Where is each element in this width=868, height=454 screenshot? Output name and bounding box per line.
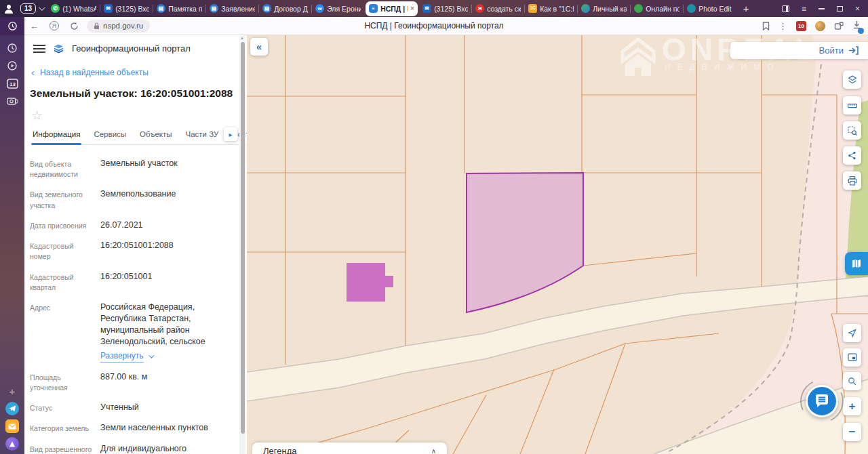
- downloads-button[interactable]: [852, 20, 861, 32]
- yandex-search-button[interactable]: Я: [50, 21, 59, 30]
- minimap-icon: [847, 352, 858, 363]
- tab-parcel-parts[interactable]: Части ЗУ: [186, 130, 219, 138]
- menu-hamburger-icon[interactable]: [33, 45, 45, 53]
- print-button[interactable]: [843, 171, 861, 190]
- browser-tab-1c[interactable]: 1СКак в "1С:Б: [525, 0, 577, 17]
- favorite-star-button[interactable]: ☆: [31, 108, 47, 123]
- share-button[interactable]: [843, 146, 861, 165]
- minimize-button[interactable]: [818, 8, 825, 9]
- document-icon: ▤: [262, 4, 271, 13]
- browser-address-bar: ← Я nspd.gov.ru НСПД | Геоинформационный…: [0, 17, 868, 35]
- layers-button[interactable]: [843, 70, 861, 89]
- tab-objects[interactable]: Объекты: [140, 130, 172, 138]
- browser-window: 13 ✆(1) WhatsA ✉(3125) Вхо ▤Памятка по ▤…: [0, 0, 868, 454]
- layers-icon: [847, 75, 858, 85]
- screenshot-icon[interactable]: [0, 92, 24, 110]
- alice-assistant-icon[interactable]: [0, 435, 24, 453]
- tabs-scroll-right-button[interactable]: ▸: [224, 127, 237, 141]
- browser-menu-icon[interactable]: ≡: [802, 4, 806, 14]
- url-field[interactable]: nspd.gov.ru: [87, 20, 150, 33]
- mail-icon: ✉: [422, 4, 431, 13]
- sidebar-panel-icon[interactable]: [782, 5, 789, 12]
- tab-services[interactable]: Сервисы: [94, 130, 126, 138]
- browser-tab-photo-editor[interactable]: Photo Edit: [684, 0, 736, 17]
- panel-scrollbar[interactable]: ▲: [239, 35, 245, 454]
- support-chat-button[interactable]: [806, 385, 838, 417]
- browser-tab-inbox-2[interactable]: ✉(3125) Вхо: [419, 0, 471, 17]
- map-sketch-icon: [850, 257, 863, 270]
- minimap-button[interactable]: [843, 348, 861, 367]
- bookmark-icon[interactable]: [762, 22, 770, 30]
- measure-button[interactable]: [843, 96, 861, 115]
- object-info-panel: Геоинформационный портал ‹ Назад в найде…: [24, 35, 247, 454]
- field-row: Кадастровый номер16:20:051001:2088: [30, 240, 231, 262]
- login-button[interactable]: Войти: [730, 42, 868, 59]
- refresh-button[interactable]: [70, 22, 79, 30]
- nspd-icon: ≡: [369, 4, 378, 13]
- map-canvas[interactable]: ONREAL НЕДВИЖИМО « Войти: [247, 35, 868, 454]
- chevron-down-icon: [39, 4, 45, 11]
- browser-profile-button[interactable]: [0, 0, 18, 17]
- extensions-icon[interactable]: [834, 22, 844, 30]
- coordinate-search-button[interactable]: [843, 372, 861, 390]
- collapse-panel-button[interactable]: «: [250, 38, 268, 56]
- select-area-button[interactable]: [843, 121, 861, 140]
- profile-icon: [4, 4, 14, 14]
- adblock-shield-icon[interactable]: 10: [796, 21, 806, 31]
- add-panel-item-icon[interactable]: +: [0, 382, 24, 400]
- telegram-icon[interactable]: [0, 400, 24, 417]
- tab-count: 13: [20, 3, 36, 14]
- zoom-in-button[interactable]: +: [843, 397, 861, 415]
- document-icon: ▤: [210, 4, 218, 13]
- browser-tab-nspd-active[interactable]: ≡НСПД | Г×: [366, 1, 418, 16]
- browser-tab-online[interactable]: Онлайн по: [631, 0, 683, 17]
- browser-tab-vk[interactable]: wЭля Ерони: [312, 0, 364, 17]
- yandex-icon: Я: [475, 4, 484, 13]
- new-tab-button[interactable]: +: [738, 1, 753, 16]
- field-row: Дата присвоения26.07.2021: [30, 220, 231, 231]
- account-avatar[interactable]: [815, 21, 825, 31]
- parcel-title: Земельный участок: 16:20:051001:2088: [30, 87, 237, 100]
- back-button[interactable]: ←: [30, 21, 39, 31]
- clock-icon: [7, 21, 18, 31]
- browser-tab-yandex[interactable]: Ясоздать ск: [472, 0, 524, 17]
- field-row-address: Адрес Российская Федерация, Республика Т…: [30, 302, 231, 363]
- field-row: Вид объекта недвижимостиЗемельный участо…: [30, 158, 231, 180]
- close-tab-icon[interactable]: ×: [410, 5, 414, 12]
- legend-title: Легенда: [263, 446, 296, 454]
- chevron-left-icon: ‹: [31, 67, 35, 77]
- field-row: СтатусУчтенный: [30, 402, 231, 413]
- browser-tab-pamyatka[interactable]: ▤Памятка по: [153, 0, 205, 17]
- history-icon[interactable]: [0, 39, 24, 57]
- zoom-out-button[interactable]: −: [843, 423, 861, 441]
- download-progress-badge: [858, 28, 864, 34]
- more-menu-icon[interactable]: ⋮: [778, 21, 787, 31]
- tab-counter-button[interactable]: 13: [20, 3, 43, 14]
- back-to-results-link[interactable]: ‹ Назад в найденные объекты: [31, 67, 237, 77]
- browser-tab-whatsapp[interactable]: ✆(1) WhatsA: [47, 0, 100, 17]
- online-icon: [634, 4, 643, 13]
- yandex-mail-icon[interactable]: [0, 417, 24, 435]
- lock-icon: [94, 22, 100, 30]
- tab-information[interactable]: Информация: [33, 130, 80, 138]
- browser-tab-inbox-1[interactable]: ✉(3125) Вхо: [100, 0, 153, 17]
- browser-tab-zayavlenie[interactable]: ▤Заявление: [206, 0, 258, 17]
- whatsapp-icon: ✆: [51, 4, 60, 13]
- chevron-up-icon[interactable]: ∧: [431, 447, 436, 454]
- scrollbar-thumb[interactable]: [241, 42, 245, 434]
- feedback-map-button[interactable]: [845, 252, 868, 275]
- browser-tab-account[interactable]: Личный ка: [578, 0, 630, 17]
- restore-button[interactable]: [837, 6, 843, 12]
- close-window-button[interactable]: ×: [855, 4, 860, 14]
- geoportal-logo-icon: [53, 43, 64, 54]
- field-row: Вид разрешенного использованияДля индиви…: [30, 443, 231, 454]
- legend-bar[interactable]: Легенда ∧: [252, 442, 447, 454]
- browser-tab-dogovor[interactable]: ▤Договор Д: [259, 0, 311, 17]
- locate-me-button[interactable]: [843, 324, 861, 342]
- tabs-panel-icon[interactable]: 13: [0, 75, 24, 92]
- history-sidebar-toggle[interactable]: [0, 17, 24, 35]
- video-icon[interactable]: [0, 57, 24, 75]
- scroll-up-icon[interactable]: ▲: [240, 36, 244, 40]
- expand-address-link[interactable]: Развернуть: [100, 350, 231, 362]
- url-text: nspd.gov.ru: [103, 22, 143, 30]
